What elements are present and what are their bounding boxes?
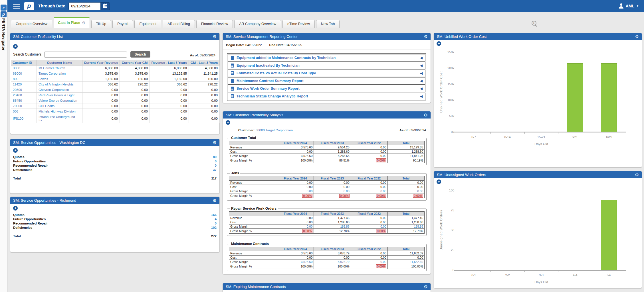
collapse-left-icon[interactable]: ◀ [420, 87, 423, 91]
value-link[interactable]: 0.00 [307, 225, 312, 228]
customer-name-link[interactable]: Red River Power & Light [39, 93, 74, 97]
column-header[interactable]: Fiscal Year 2022 [351, 247, 387, 251]
value-link[interactable]: 188.86 [414, 225, 423, 228]
column-header[interactable]: Fiscal Year 2023 [314, 176, 351, 181]
customer-name-link[interactable]: Valero Energy Corporation [39, 99, 77, 102]
column-header[interactable]: GM - Last 3 Years [189, 60, 220, 66]
report-row-maintenance-contract-summary-report[interactable]: Maintenance Contract Summary Report◀ [228, 77, 425, 85]
customer-id-link[interactable]: 68000 [13, 72, 22, 75]
opportunity-value-link[interactable]: 102 [211, 226, 217, 230]
column-header[interactable]: Fiscal Year 2023 [314, 141, 351, 145]
tab-tilt-up[interactable]: Tilt Up [91, 20, 111, 28]
column-header[interactable]: Revenue - Last 3 Years [150, 60, 189, 66]
value-link[interactable]: 11,652.39 [410, 260, 423, 264]
add-icon[interactable]: + [437, 41, 441, 46]
tab-ar-company-overview[interactable]: AR Company Overview [234, 20, 281, 28]
column-header[interactable]: Fiscal Year 2024 [277, 176, 314, 181]
tab-etime-review[interactable]: eTime Review [282, 20, 315, 28]
column-header[interactable]: Fiscal Year 2024 [277, 141, 314, 145]
gear-icon[interactable]: ⚙ [82, 21, 86, 25]
column-header[interactable]: Fiscal Year 2024 [277, 212, 314, 216]
report-row-service-work-order-summary-report[interactable]: Service Work Order Summary Report◀ [228, 85, 425, 92]
column-header[interactable]: Customer Name [37, 60, 82, 66]
column-header[interactable]: Total [387, 176, 424, 181]
add-icon[interactable]: + [226, 120, 230, 125]
customer-id-link[interactable]: 3900 [13, 66, 20, 70]
opportunity-value-link[interactable]: 0 [215, 221, 217, 226]
customer-id-link[interactable]: 23468 [13, 93, 22, 97]
penta-logo[interactable]: p [24, 2, 34, 10]
report-row-technician-status-change-analytic-report[interactable]: Technician Status Change Analytic Report… [228, 93, 425, 100]
value-link[interactable]: 0.00 [380, 260, 386, 264]
opportunity-value-link[interactable]: 4 [215, 217, 217, 221]
report-link[interactable]: Estimated Costs Vs Actual Costs By Cost … [237, 71, 417, 75]
calendar-button[interactable] [100, 2, 110, 10]
gear-icon[interactable]: ⚙ [424, 285, 428, 289]
column-header[interactable]: Total [387, 247, 424, 251]
collapse-left-icon[interactable]: ◀ [420, 64, 423, 68]
value-link[interactable]: 3,575.60 [301, 260, 312, 264]
tab-equipment[interactable]: Equipment [134, 20, 161, 28]
value-link[interactable]: 188.86 [340, 225, 349, 228]
search-button[interactable]: Search [130, 51, 150, 58]
value-link[interactable]: 0.00 [344, 189, 349, 193]
tab-corporate-overview[interactable]: Corporate Overview [11, 20, 52, 28]
collapse-left-icon[interactable]: ◀ [420, 56, 423, 60]
gear-icon[interactable]: ⚙ [213, 140, 217, 145]
tab-cast-in-place[interactable]: Cast In Place⚙ [54, 17, 90, 28]
customer-id-link[interactable]: 20300 [13, 88, 22, 91]
bar-4[interactable] [601, 200, 617, 270]
gear-icon[interactable]: ⚙ [424, 34, 428, 39]
sidebar-expand-icon[interactable]: » [1, 5, 7, 11]
customer-name-link[interactable]: Lowes [39, 77, 48, 81]
report-link[interactable]: Maintenance Contract Summary Report [237, 79, 417, 83]
customer-id-link[interactable]: 70000 [13, 104, 22, 108]
report-row-estimated-costs-vs-actual-costs-by-cost-type[interactable]: Estimated Costs Vs Actual Costs By Cost … [228, 70, 425, 77]
customer-name-link[interactable]: Chevron Corporation [39, 88, 69, 91]
report-link[interactable]: Service Work Order Summary Report [237, 87, 417, 91]
user-menu[interactable]: AML ▼ [619, 3, 639, 9]
report-link[interactable]: Technician Status Change Analytic Report [237, 94, 417, 98]
column-header[interactable]: Fiscal Year 2024 [277, 247, 314, 251]
gear-icon[interactable]: ⚙ [213, 198, 217, 203]
customer-name-link[interactable]: Target Corporation [39, 72, 66, 75]
column-header[interactable]: Fiscal Year 2022 [351, 212, 387, 216]
report-link[interactable]: Equipment Inactivated By Technician [237, 64, 417, 68]
customer-id-link[interactable]: 800 [13, 77, 18, 81]
report-row-equipment-inactivated-by-technician[interactable]: Equipment Inactivated By Technician◀ [228, 62, 425, 69]
value-link[interactable]: 0.00 [380, 225, 386, 228]
zoom-add-icon[interactable]: + [531, 21, 537, 26]
column-header[interactable]: Fiscal Year 2023 [314, 212, 351, 216]
tab-financial-review[interactable]: Financial Review [196, 20, 233, 28]
report-link[interactable]: Equipment added to Maintenance Contracts… [237, 56, 417, 60]
column-header[interactable]: Total [387, 141, 424, 145]
gear-icon[interactable]: ⚙ [213, 34, 217, 39]
opportunity-value-link[interactable]: 37 [213, 168, 217, 172]
value-link[interactable]: 0.00 [417, 189, 423, 193]
customer-id-link[interactable]: IFS100 [13, 117, 23, 120]
bar-total[interactable] [601, 63, 617, 132]
column-header[interactable]: Total [387, 212, 424, 216]
opportunity-value-link[interactable]: 166 [211, 213, 217, 217]
gear-icon[interactable]: ⚙ [635, 34, 639, 39]
bar-21[interactable] [567, 63, 583, 132]
customer-name-link[interactable]: City of Arlington Heights [39, 83, 74, 86]
customer-id-link[interactable]: 11420 [13, 83, 22, 86]
tab-payroll[interactable]: Payroll [112, 20, 133, 28]
collapse-left-icon[interactable]: ◀ [420, 71, 423, 75]
collapse-left-icon[interactable]: ◀ [420, 79, 423, 83]
penta-logo-small[interactable]: p [1, 11, 7, 17]
gear-icon[interactable]: ⚙ [635, 173, 639, 177]
through-date-input[interactable] [68, 2, 100, 10]
column-header[interactable]: Current Year Revenue [82, 60, 120, 66]
customer-name-link[interactable]: Mt Carmel Church [39, 66, 65, 70]
column-header[interactable]: Fiscal Year 2022 [351, 141, 387, 145]
column-header[interactable]: Fiscal Year 2023 [314, 247, 351, 251]
add-icon[interactable]: + [13, 148, 18, 153]
column-header[interactable]: Fiscal Year 2022 [351, 176, 387, 181]
tab-ar-and-billing[interactable]: AR and Billing [163, 20, 195, 28]
opportunity-value-link[interactable]: 0 [215, 164, 217, 168]
column-header[interactable]: Current Year GM [120, 60, 150, 66]
add-icon[interactable]: + [13, 44, 18, 49]
value-link[interactable]: 8,076.79 [338, 260, 350, 264]
